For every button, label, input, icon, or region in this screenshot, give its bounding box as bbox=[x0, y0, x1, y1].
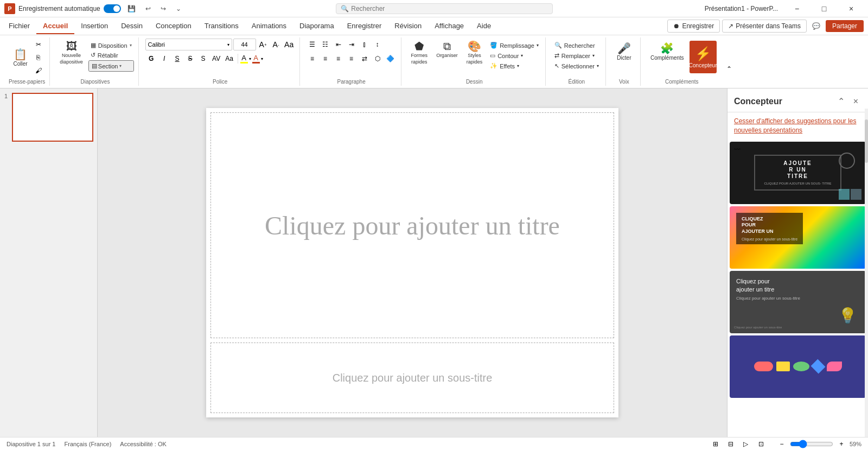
search-box[interactable]: 🔍 bbox=[336, 3, 553, 14]
complements-button[interactable]: 🧩 Compléments bbox=[647, 41, 687, 63]
underline-button[interactable]: S bbox=[171, 53, 183, 65]
designer-scrollbar-thumb[interactable] bbox=[865, 119, 868, 163]
designer-link[interactable]: Cesser d'afficher des suggestions pour l… bbox=[727, 112, 868, 140]
align-left-button[interactable]: ≡ bbox=[307, 53, 318, 65]
title-placeholder-box[interactable]: Cliquez pour ajouter un titre bbox=[210, 112, 614, 338]
bullet-list-button[interactable]: ☰ bbox=[307, 39, 318, 50]
strikethrough-button[interactable]: S bbox=[184, 53, 196, 65]
tab-conception[interactable]: Conception bbox=[149, 18, 198, 34]
decrease-indent-button[interactable]: ⇤ bbox=[333, 39, 344, 50]
autosave-toggle[interactable] bbox=[104, 4, 121, 13]
retablir-button[interactable]: ↺ Rétablir bbox=[88, 50, 134, 60]
formes-button[interactable]: ⬟ Formes rapides bbox=[408, 39, 431, 67]
zoom-slider[interactable] bbox=[790, 440, 833, 448]
tab-accueil[interactable]: Accueil bbox=[36, 18, 74, 34]
remplacer-button[interactable]: ⇄ Remplacer ▾ bbox=[552, 51, 601, 60]
couper-button[interactable]: ✂ bbox=[33, 39, 44, 50]
suggestion-card-3[interactable]: Cliquez pour ajouter un titre Cliquez po… bbox=[730, 271, 866, 333]
smartart-button[interactable]: 🔷 bbox=[385, 53, 397, 65]
view-lecture-button[interactable]: ▷ bbox=[740, 438, 752, 450]
clear-format-button[interactable]: Aa bbox=[283, 39, 295, 50]
contour-button[interactable]: ▭ Contour ▾ bbox=[488, 51, 541, 60]
main-area: 1 Cliquez pour ajouter un titre Cliquez … bbox=[0, 88, 868, 437]
organiser-button[interactable]: ⧉ Organiser bbox=[433, 39, 461, 60]
convert-smartart-button[interactable]: ⬡ bbox=[372, 53, 384, 65]
subtitle-placeholder-box[interactable]: Cliquez pour ajouter un sous-titre bbox=[210, 343, 614, 413]
tab-fichier[interactable]: Fichier bbox=[2, 18, 36, 34]
suggestion-card-2[interactable]: CLIQUEZ POUR AJOUTER UN Cliquez pour ajo… bbox=[730, 206, 866, 269]
num-list-button[interactable]: ☷ bbox=[320, 39, 331, 50]
effets-button[interactable]: ✨ Effets ▾ bbox=[488, 61, 541, 71]
line-spacing-button[interactable]: ↕ bbox=[372, 39, 384, 50]
view-normal-button[interactable]: ⊞ bbox=[710, 438, 722, 450]
restore-button[interactable]: □ bbox=[812, 0, 837, 17]
align-center-button[interactable]: ≡ bbox=[320, 53, 331, 65]
enregistrer-button[interactable]: ⏺ Enregistrer bbox=[667, 20, 720, 33]
tab-transitions[interactable]: Transitions bbox=[198, 18, 245, 34]
tab-revision[interactable]: Révision bbox=[388, 18, 428, 34]
designer-collapse-button[interactable]: ⌃ bbox=[834, 95, 848, 107]
zoom-in-button[interactable]: + bbox=[835, 438, 847, 450]
retablir-icon: ↺ bbox=[91, 52, 95, 59]
tab-aide[interactable]: Aide bbox=[470, 18, 497, 34]
shadow-button[interactable]: S bbox=[197, 53, 209, 65]
increase-indent-button[interactable]: ⇥ bbox=[346, 39, 358, 50]
reproduire-button[interactable]: 🖌 bbox=[33, 65, 44, 77]
case-button[interactable]: Aa bbox=[224, 53, 235, 65]
highlight-button[interactable]: A bbox=[240, 54, 248, 64]
view-diaporama-button[interactable]: ⊡ bbox=[755, 438, 767, 450]
styles-button[interactable]: 🎨 Styles rapides bbox=[463, 39, 486, 67]
text-direction-button[interactable]: ⇄ bbox=[359, 53, 371, 65]
highlight-arrow[interactable]: ▾ bbox=[249, 56, 251, 61]
search-input[interactable] bbox=[351, 5, 548, 12]
save-button[interactable]: 💾 bbox=[124, 4, 139, 14]
italic-button[interactable]: I bbox=[158, 53, 170, 65]
disposition-button[interactable]: ▦ Disposition ▾ bbox=[88, 41, 134, 50]
align-right-button[interactable]: ≡ bbox=[333, 53, 344, 65]
card1-wave: 〰 bbox=[734, 146, 741, 154]
minimize-button[interactable]: − bbox=[784, 0, 809, 17]
partager-button[interactable]: Partager bbox=[826, 20, 864, 32]
section-button[interactable]: ▤ Section ▾ bbox=[88, 60, 134, 72]
nouvelle-diapositive-button[interactable]: 🖼 Nouvelle diapositive bbox=[56, 39, 86, 67]
dicter-button[interactable]: 🎤 Dicter bbox=[613, 41, 635, 63]
selectionner-button[interactable]: ↖ Sélectionner ▾ bbox=[552, 61, 601, 71]
slide-canvas[interactable]: Cliquez pour ajouter un titre Cliquez po… bbox=[206, 108, 618, 417]
columns-button[interactable]: ⫿ bbox=[359, 39, 371, 50]
font-size-input[interactable] bbox=[234, 41, 256, 48]
bold-button[interactable]: G bbox=[145, 53, 157, 65]
rechercher-button[interactable]: 🔍 Rechercher bbox=[552, 41, 601, 50]
concepteur-button[interactable]: ⚡ Concepteur bbox=[690, 41, 717, 73]
tab-dessin[interactable]: Dessin bbox=[114, 18, 149, 34]
comment-button[interactable]: 💬 bbox=[809, 21, 824, 31]
redo-button[interactable]: ↪ bbox=[157, 4, 169, 14]
designer-close-button[interactable]: × bbox=[850, 95, 861, 107]
undo-button[interactable]: ↩ bbox=[142, 4, 154, 14]
zoom-out-button[interactable]: − bbox=[776, 438, 788, 450]
canvas-area[interactable]: Cliquez pour ajouter un titre Cliquez po… bbox=[98, 88, 727, 437]
increase-font-button[interactable]: A+ bbox=[257, 39, 269, 50]
justify-button[interactable]: ≡ bbox=[346, 53, 358, 65]
customize-toolbar-button[interactable]: ⌄ bbox=[173, 4, 184, 14]
view-triage-button[interactable]: ⊟ bbox=[725, 438, 737, 450]
remplissage-button[interactable]: 🪣 Remplissage ▾ bbox=[488, 41, 541, 50]
spacing-button[interactable]: AV bbox=[210, 53, 222, 65]
tab-insertion[interactable]: Insertion bbox=[74, 18, 114, 34]
slide-thumbnail-1[interactable] bbox=[12, 93, 93, 142]
suggestion-card-1[interactable]: 〰 AJOUTE R UN TITRE CLIQUEZ POUR AJOUTER… bbox=[730, 142, 866, 204]
decrease-font-button[interactable]: A- bbox=[270, 39, 282, 50]
presenter-button[interactable]: ↗ Présenter dans Teams bbox=[722, 20, 807, 33]
tab-enregistrer[interactable]: Enregistrer bbox=[341, 18, 388, 34]
font-color-button[interactable]: A bbox=[252, 54, 260, 64]
tab-diaporama[interactable]: Diaporama bbox=[293, 18, 341, 34]
expand-ribbon-button[interactable]: ⌃ bbox=[723, 63, 735, 75]
tab-animations[interactable]: Animations bbox=[245, 18, 293, 34]
font-color-arrow[interactable]: ▾ bbox=[261, 56, 263, 61]
copier-button[interactable]: ⎘ bbox=[33, 52, 44, 64]
coller-button[interactable]: 📋 Coller bbox=[10, 39, 31, 77]
tab-affichage[interactable]: Affichage bbox=[428, 18, 470, 34]
suggestion-card-4[interactable] bbox=[730, 335, 866, 398]
font-size-box[interactable] bbox=[233, 39, 256, 50]
font-name-selector[interactable]: Calibri ▾ bbox=[145, 39, 232, 50]
close-button[interactable]: × bbox=[839, 0, 864, 17]
